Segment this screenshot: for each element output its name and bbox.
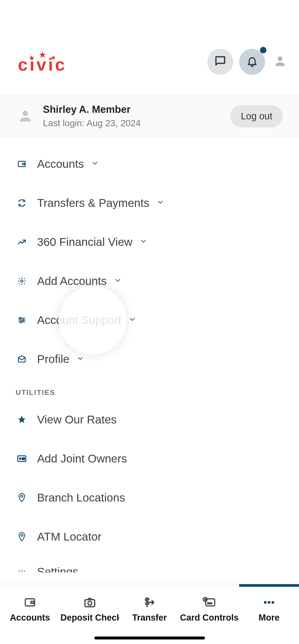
- menu-item-add-accounts[interactable]: Add Accounts: [0, 262, 299, 301]
- menu-label: 360 Financial View: [37, 235, 132, 248]
- utility-label: Branch Locations: [37, 491, 125, 504]
- svg-point-10: [20, 321, 22, 323]
- logout-button[interactable]: Log out: [230, 105, 283, 127]
- svg-point-9: [22, 319, 24, 321]
- brand-name: civic: [18, 54, 67, 74]
- nav-label: More: [259, 613, 280, 623]
- svg-point-4: [21, 280, 23, 282]
- transfer-icon: [16, 198, 27, 208]
- svg-point-8: [20, 317, 21, 319]
- notification-dot-icon: [260, 47, 266, 53]
- utility-branch-locations[interactable]: Branch Locations: [0, 478, 299, 517]
- chevron-down-icon: [76, 355, 84, 364]
- person-icon: [273, 54, 287, 70]
- chart-icon: [16, 237, 27, 247]
- main-menu: Accounts Transfers & Payments 360 Financ…: [0, 138, 299, 572]
- svg-point-31: [271, 601, 274, 604]
- last-login-label: Last login: Aug 23, 2024: [43, 118, 141, 128]
- chevron-down-icon: [156, 198, 164, 208]
- notifications-button[interactable]: [239, 49, 265, 75]
- dollar-arrow-icon: [143, 596, 156, 609]
- top-bar: ★ ★ ★ civic: [0, 0, 299, 94]
- svg-rect-20: [31, 601, 34, 603]
- pin-icon: [16, 493, 27, 503]
- star-icon: [16, 415, 27, 424]
- svg-rect-14: [22, 458, 25, 459]
- menu-label: Account Support: [37, 314, 121, 327]
- nav-deposit-check[interactable]: Deposit Check: [60, 596, 120, 623]
- profile-button[interactable]: [274, 56, 286, 68]
- card-plus-icon: [203, 596, 216, 609]
- utility-add-joint-owners[interactable]: Add Joint Owners: [0, 439, 299, 478]
- nav-label: Deposit Check: [61, 613, 119, 623]
- chevron-down-icon: [114, 276, 122, 286]
- gear-icon: [16, 569, 27, 572]
- svg-point-1: [23, 111, 28, 116]
- nav-label: Card Controls: [180, 613, 238, 623]
- svg-point-22: [88, 601, 92, 605]
- menu-label: Profile: [37, 353, 69, 366]
- svg-rect-3: [22, 163, 24, 165]
- svg-point-0: [278, 56, 283, 61]
- utility-atm-locator[interactable]: ATM Locator: [0, 517, 299, 556]
- menu-item-financial-view[interactable]: 360 Financial View: [0, 222, 299, 262]
- menu-label: Add Accounts: [37, 275, 107, 288]
- menu-item-account-support[interactable]: Account Support: [0, 301, 299, 340]
- utility-label: Add Joint Owners: [37, 452, 127, 465]
- nav-accounts[interactable]: Accounts: [0, 596, 60, 623]
- messages-button[interactable]: [207, 49, 233, 75]
- svg-point-16: [21, 495, 23, 497]
- nav-label: Accounts: [10, 613, 50, 623]
- card-icon: [16, 454, 27, 463]
- svg-point-13: [20, 458, 21, 460]
- user-summary-row: Shirley A. Member Last login: Aug 23, 20…: [0, 94, 299, 138]
- pin-icon: [16, 532, 27, 542]
- nav-label: Transfer: [132, 613, 167, 623]
- camera-icon: [83, 596, 96, 609]
- bottom-nav: Accounts Deposit Check Transfer Card Con…: [0, 584, 299, 644]
- svg-point-29: [264, 601, 267, 604]
- svg-point-17: [21, 534, 23, 536]
- brand-logo[interactable]: ★ ★ ★ civic: [18, 49, 67, 74]
- user-text: Shirley A. Member Last login: Aug 23, 20…: [43, 104, 141, 128]
- svg-rect-15: [22, 459, 25, 460]
- sliders-icon: [16, 315, 27, 325]
- mail-icon: [16, 355, 27, 364]
- menu-item-profile[interactable]: Profile: [0, 340, 299, 379]
- avatar: [16, 107, 34, 125]
- utility-view-rates[interactable]: View Our Rates: [0, 400, 299, 439]
- more-dots-icon: [263, 596, 276, 609]
- nav-card-controls[interactable]: Card Controls: [179, 596, 239, 623]
- gear-icon: [16, 276, 27, 286]
- chevron-down-icon: [140, 237, 147, 247]
- active-tab-indicator: [0, 584, 299, 587]
- svg-point-30: [268, 601, 271, 604]
- menu-item-accounts[interactable]: Accounts: [0, 144, 299, 183]
- menu-label: Transfers & Payments: [37, 196, 149, 209]
- utility-label: ATM Locator: [37, 530, 102, 543]
- user-name: Shirley A. Member: [43, 104, 141, 115]
- utility-settings[interactable]: Settings: [0, 556, 299, 572]
- chevron-down-icon: [129, 315, 136, 325]
- section-header-utilities: UTILITIES: [0, 379, 299, 400]
- home-indicator: [94, 637, 205, 639]
- wallet-icon: [16, 159, 27, 168]
- svg-marker-11: [18, 416, 25, 423]
- menu-label: Accounts: [37, 157, 84, 170]
- menu-item-transfers-payments[interactable]: Transfers & Payments: [0, 183, 299, 222]
- chevron-down-icon: [91, 159, 99, 168]
- nav-transfer[interactable]: Transfer: [120, 596, 180, 623]
- svg-rect-25: [208, 603, 212, 604]
- utility-label: Settings: [37, 565, 78, 572]
- bell-icon: [246, 55, 258, 68]
- message-icon: [214, 55, 227, 69]
- nav-more[interactable]: More: [239, 596, 299, 623]
- wallet-icon: [23, 596, 36, 609]
- utility-label: View Our Rates: [37, 413, 116, 426]
